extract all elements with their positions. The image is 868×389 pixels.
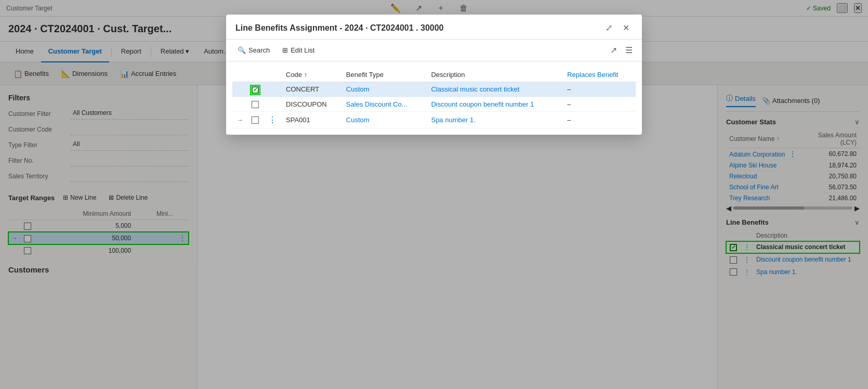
modal-table: Code ↑ Benefit Type Description Replaces… — [232, 68, 636, 128]
modal-cb-2[interactable] — [247, 112, 263, 128]
modal-replaces-0: – — [563, 82, 636, 97]
modal-share-btn[interactable]: ↗ — [607, 44, 620, 56]
modal-desc-1: Discount coupon benefit number 1 — [427, 97, 563, 112]
modal-replaces-1: – — [563, 97, 636, 112]
edit-list-icon: ⊞ — [282, 46, 288, 54]
modal-benefittype-0: Custom — [342, 82, 427, 97]
col-description-header[interactable]: Description — [427, 68, 563, 82]
modal-title: Line Benefits Assignment - 2024 · CT2024… — [235, 23, 443, 33]
modal-list-btn[interactable]: ☰ — [622, 44, 636, 56]
modal-cb-0[interactable] — [247, 82, 263, 97]
modal-ctx-1[interactable] — [263, 97, 282, 112]
modal-close-btn[interactable]: ✕ — [620, 22, 633, 34]
modal-table-area: Code ↑ Benefit Type Description Replaces… — [226, 61, 642, 135]
modal-benefittype-1: Sales Discount Co... — [342, 97, 427, 112]
modal-header-actions: ⤢ ✕ — [602, 22, 633, 34]
col-modal-cb — [247, 68, 263, 82]
modal-row-0: CONCERT Custom Classical music concert t… — [232, 82, 636, 97]
edit-list-label: Edit List — [291, 46, 314, 54]
modal-benefittype-2: Custom — [342, 112, 427, 128]
modal-code-1: DISCOUPON — [282, 97, 342, 112]
line-benefits-modal: Line Benefits Assignment - 2024 · CT2024… — [226, 15, 642, 135]
modal-desc-2: Spa number 1. — [427, 112, 563, 128]
modal-cb-1[interactable] — [247, 97, 263, 112]
search-label: Search — [248, 46, 270, 54]
modal-table-header: Code ↑ Benefit Type Description Replaces… — [232, 68, 636, 82]
modal-desc-0: Classical music concert ticket — [427, 82, 563, 97]
modal-toolbar: 🔍 Search ⊞ Edit List ↗ ☰ — [226, 40, 642, 61]
modal-header: Line Benefits Assignment - 2024 · CT2024… — [226, 15, 642, 40]
modal-row-1: DISCOUPON Sales Discount Co... Discount … — [232, 97, 636, 112]
modal-row-arrow-1 — [232, 97, 247, 112]
modal-code-2: SPA001 — [282, 112, 342, 128]
col-code[interactable]: Code ↑ — [282, 68, 342, 82]
modal-search-btn[interactable]: 🔍 Search — [232, 44, 275, 57]
modal-replaces-2: – — [563, 112, 636, 128]
modal-row-2: → ⋮ SPA001 Custom Spa number 1. – — [232, 112, 636, 128]
modal-row-arrow-2: → — [232, 112, 247, 128]
search-icon: 🔍 — [238, 46, 246, 54]
modal-ctx-0[interactable] — [263, 82, 282, 97]
modal-toolbar-right: ↗ ☰ — [607, 44, 636, 56]
modal-overlay: Line Benefits Assignment - 2024 · CT2024… — [0, 0, 868, 389]
col-benefit-type[interactable]: Benefit Type — [342, 68, 427, 82]
modal-row-arrow-0 — [232, 82, 247, 97]
col-replaces[interactable]: Replaces Benefit — [563, 68, 636, 82]
col-row-indicator — [232, 68, 247, 82]
modal-expand-btn[interactable]: ⤢ — [602, 22, 615, 34]
col-ctx-header — [263, 68, 282, 82]
modal-code-0: CONCERT — [282, 82, 342, 97]
modal-ctx-2[interactable]: ⋮ — [263, 112, 282, 128]
modal-ctx-btn-2[interactable]: ⋮ — [267, 115, 278, 125]
modal-edit-list-btn[interactable]: ⊞ Edit List — [277, 44, 320, 57]
